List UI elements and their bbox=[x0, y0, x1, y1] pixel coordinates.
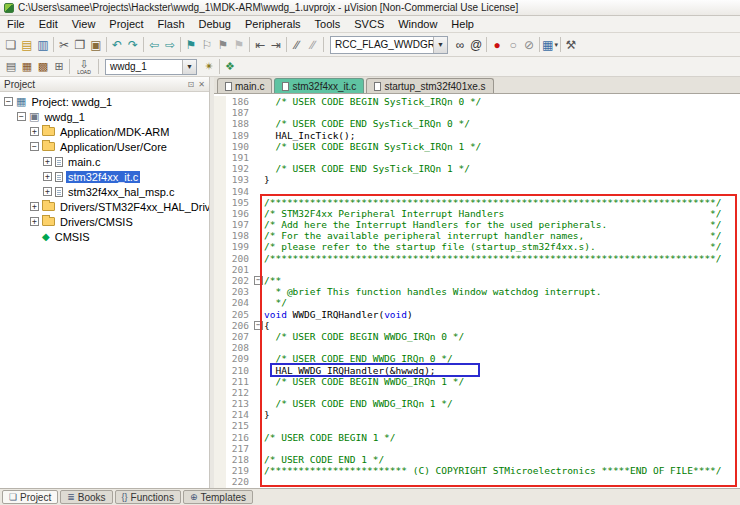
breakpoint-margin[interactable] bbox=[214, 107, 226, 118]
breakpoint-margin[interactable] bbox=[214, 376, 226, 387]
menu-item-window[interactable]: Window bbox=[391, 17, 444, 31]
tab-startup-stm32f401xe-s[interactable]: startup_stm32f401xe.s bbox=[366, 78, 493, 93]
tree-item-stm32f4xx-hal-msp-c[interactable]: +stm32f4xx_hal_msp.c bbox=[0, 184, 209, 199]
tree-item-stm32f4xx-it-c[interactable]: +stm32f4xx_it.c bbox=[0, 169, 209, 184]
new-file-button[interactable]: ❏ bbox=[3, 36, 19, 54]
breakpoint-margin[interactable] bbox=[214, 387, 226, 398]
tree-item-drivers-cmsis[interactable]: +Drivers/CMSIS bbox=[0, 214, 209, 229]
breakpoint-margin[interactable] bbox=[214, 264, 226, 275]
chevron-down-icon[interactable]: ▼ bbox=[182, 60, 196, 74]
build-target-button[interactable]: ▦ bbox=[19, 59, 35, 75]
bookmarks-clear-all-button[interactable]: ⚑ bbox=[231, 36, 247, 54]
tree-item-cmsis[interactable]: ◆CMSIS bbox=[0, 229, 209, 244]
breakpoint-margin[interactable] bbox=[214, 432, 226, 443]
configure-tools-button[interactable]: ⚒ bbox=[563, 36, 579, 54]
menu-item-view[interactable]: View bbox=[65, 17, 103, 31]
breakpoint-margin[interactable] bbox=[214, 286, 226, 297]
tab-stm32f4xx-it-c[interactable]: stm32f4xx_it.c bbox=[274, 78, 364, 93]
expand-icon[interactable]: + bbox=[30, 127, 39, 136]
bottom-tab-templates[interactable]: ⊕Templates bbox=[183, 490, 253, 504]
breakpoint-margin[interactable] bbox=[214, 476, 226, 487]
uncomment-selection-button[interactable]: ∕∕ bbox=[305, 36, 321, 54]
breakpoint-margin[interactable] bbox=[214, 141, 226, 152]
fold-collapse-icon[interactable]: − bbox=[254, 276, 263, 285]
code-editor[interactable]: 186 /* USER CODE BEGIN SysTick_IRQn 0 */… bbox=[214, 94, 740, 488]
menu-item-svcs[interactable]: SVCS bbox=[347, 17, 391, 31]
batch-build-button[interactable]: ⊞ bbox=[51, 59, 67, 75]
unindent-button[interactable]: ⇤ bbox=[252, 36, 268, 54]
close-icon[interactable]: ✕ bbox=[198, 80, 205, 89]
expand-icon[interactable]: + bbox=[30, 202, 39, 211]
collapse-icon[interactable]: − bbox=[17, 112, 26, 121]
tree-item-wwdg-1[interactable]: −▣wwdg_1 bbox=[0, 109, 209, 124]
menu-item-peripherals[interactable]: Peripherals bbox=[238, 17, 308, 31]
expand-icon[interactable]: + bbox=[43, 157, 52, 166]
breakpoint-margin[interactable] bbox=[214, 118, 226, 129]
navigate-back-button[interactable]: ⇦ bbox=[146, 36, 162, 54]
bookmark-previous-button[interactable]: ⚐ bbox=[199, 36, 215, 54]
tree-item-main-c[interactable]: +main.c bbox=[0, 154, 209, 169]
bookmark-toggle-button[interactable]: ⚑ bbox=[183, 36, 199, 54]
find-in-files-button[interactable]: ∞ bbox=[452, 36, 468, 54]
tree-item-drivers-stm32f4xx-hal-driver[interactable]: +Drivers/STM32F4xx_HAL_Driver bbox=[0, 199, 209, 214]
menu-item-file[interactable]: File bbox=[0, 17, 32, 31]
tree-item-application-user-core[interactable]: −Application/User/Core bbox=[0, 139, 209, 154]
chevron-down-icon[interactable]: ▼ bbox=[433, 37, 447, 53]
breakpoint-margin[interactable] bbox=[214, 152, 226, 163]
menu-item-debug[interactable]: Debug bbox=[192, 17, 238, 31]
redo-button[interactable]: ↷ bbox=[125, 36, 141, 54]
breakpoints-kill-all-button[interactable]: ⊘ bbox=[521, 36, 537, 54]
breakpoint-margin[interactable] bbox=[214, 174, 226, 185]
menu-item-tools[interactable]: Tools bbox=[308, 17, 348, 31]
breakpoint-margin[interactable] bbox=[214, 96, 226, 107]
cut-button[interactable]: ✂ bbox=[56, 36, 72, 54]
breakpoint-margin[interactable] bbox=[214, 409, 226, 420]
breakpoint-margin[interactable] bbox=[214, 320, 226, 331]
breakpoint-margin[interactable] bbox=[214, 297, 226, 308]
breakpoint-margin[interactable] bbox=[214, 342, 226, 353]
download-to-flash-button[interactable]: ⇩LOAD bbox=[72, 59, 96, 75]
symbol-search-combo[interactable]: RCC_FLAG_WWDGRST ▼ bbox=[330, 36, 448, 54]
bookmark-next-button[interactable]: ⚑ bbox=[215, 36, 231, 54]
rebuild-all-button[interactable]: ▩ bbox=[35, 59, 51, 75]
navigate-forward-button[interactable]: ⇨ bbox=[162, 36, 178, 54]
target-select-combo[interactable]: wwdg_1 ▼ bbox=[105, 59, 197, 75]
breakpoint-margin[interactable] bbox=[214, 241, 226, 252]
expand-icon[interactable]: + bbox=[43, 187, 52, 196]
bottom-tab-project[interactable]: ❏Project bbox=[2, 490, 58, 504]
menu-item-edit[interactable]: Edit bbox=[32, 17, 65, 31]
breakpoint-margin[interactable] bbox=[214, 197, 226, 208]
menu-item-project[interactable]: Project bbox=[102, 17, 150, 31]
comment-selection-button[interactable]: ∕∕ bbox=[289, 36, 305, 54]
collapse-icon[interactable]: − bbox=[4, 97, 13, 106]
tree-item-application-mdk-arm[interactable]: +Application/MDK-ARM bbox=[0, 124, 209, 139]
collapse-icon[interactable]: − bbox=[30, 142, 39, 151]
fold-collapse-icon[interactable]: − bbox=[254, 321, 263, 330]
manage-run-time-environment-button[interactable]: ❖ bbox=[222, 59, 238, 75]
options-for-target-button[interactable]: ✴ bbox=[201, 59, 217, 75]
breakpoint-margin[interactable] bbox=[214, 186, 226, 197]
breakpoint-margin[interactable] bbox=[214, 331, 226, 342]
breakpoint-margin[interactable] bbox=[214, 398, 226, 409]
breakpoint-margin[interactable] bbox=[214, 309, 226, 320]
breakpoint-margin[interactable] bbox=[214, 230, 226, 241]
expand-icon[interactable]: + bbox=[43, 172, 52, 181]
breakpoint-margin[interactable] bbox=[214, 443, 226, 454]
breakpoint-margin[interactable] bbox=[214, 275, 226, 286]
pin-icon[interactable]: ⊡ bbox=[188, 80, 195, 89]
menu-item-help[interactable]: Help bbox=[444, 17, 481, 31]
undo-button[interactable]: ↶ bbox=[109, 36, 125, 54]
tab-main-c[interactable]: main.c bbox=[217, 78, 272, 93]
breakpoint-margin[interactable] bbox=[214, 219, 226, 230]
bottom-tab-books[interactable]: ≣Books bbox=[60, 490, 112, 504]
menu-item-flash[interactable]: Flash bbox=[151, 17, 192, 31]
translate-file-button[interactable]: ▤ bbox=[3, 59, 19, 75]
tree-item-project-wwdg-1[interactable]: −▦Project: wwdg_1 bbox=[0, 94, 209, 109]
breakpoint-margin[interactable] bbox=[214, 454, 226, 465]
copy-button[interactable]: ❐ bbox=[72, 36, 88, 54]
breakpoint-margin[interactable] bbox=[214, 130, 226, 141]
breakpoint-margin[interactable] bbox=[214, 208, 226, 219]
expand-icon[interactable]: + bbox=[30, 217, 39, 226]
bottom-tab-functions[interactable]: {}Functions bbox=[115, 490, 181, 504]
breakpoint-margin[interactable] bbox=[214, 353, 226, 364]
